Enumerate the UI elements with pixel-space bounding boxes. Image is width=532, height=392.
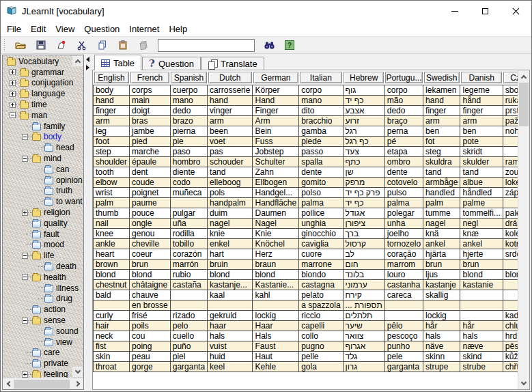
- table-cell[interactable]: dito: [299, 106, 343, 116]
- table-cell[interactable]: carrosserie: [208, 85, 253, 96]
- table-cell[interactable]: finger: [94, 106, 130, 116]
- table-cell[interactable]: Knie: [253, 229, 299, 239]
- tree-item-language[interactable]: language: [3, 88, 83, 99]
- table-cell[interactable]: elleboog: [208, 178, 253, 188]
- tree-item-feeling[interactable]: feeling: [3, 369, 83, 378]
- table-cell[interactable]: braun: [253, 260, 299, 270]
- tree-item-body[interactable]: body: [3, 132, 83, 143]
- tree-item-sound[interactable]: sound: [3, 326, 83, 337]
- table-cell[interactable]: puño: [170, 341, 207, 352]
- table-cell[interactable]: chestnut: [94, 280, 130, 290]
- table-cell[interactable]: hombro: [170, 157, 207, 167]
- maximize-button[interactable]: [470, 1, 501, 21]
- table-cell[interactable]: frisé: [130, 311, 171, 321]
- table-cell[interactable]: corazón: [170, 249, 207, 260]
- table-cell[interactable]: armbåge: [423, 178, 460, 188]
- table-cell[interactable]: dent: [130, 167, 171, 178]
- table-cell[interactable]: strube: [460, 362, 503, 372]
- table-cell[interactable]: Haut: [253, 352, 299, 362]
- tree-item-mood[interactable]: mood: [3, 240, 83, 251]
- table-cell[interactable]: mano: [299, 96, 343, 106]
- table-cell[interactable]: palm: [423, 198, 460, 208]
- table-cell[interactable]: [94, 300, 130, 311]
- table-cell[interactable]: prst: [503, 106, 518, 116]
- table-cell[interactable]: dente: [384, 167, 423, 178]
- table-cell[interactable]: strupe: [423, 362, 460, 372]
- tree-item-fault[interactable]: fault: [3, 229, 83, 240]
- tree-scroll-left-button[interactable]: [3, 378, 14, 390]
- table-cell[interactable]: castanha: [384, 280, 423, 290]
- table-cell[interactable]: pelo: [170, 321, 207, 331]
- table-cell[interactable]: foot: [94, 137, 130, 147]
- table-cell[interactable]: שיער: [343, 321, 384, 331]
- table-cell[interactable]: [170, 290, 207, 300]
- tree-item-private[interactable]: private: [3, 358, 83, 369]
- table-cell[interactable]: body: [94, 85, 130, 96]
- tree-item-view[interactable]: view: [3, 337, 83, 348]
- table-cell[interactable]: unghia: [299, 219, 343, 229]
- table-cell[interactable]: cou: [130, 331, 171, 341]
- table-cell[interactable]: main: [130, 96, 171, 106]
- split-divider[interactable]: [84, 54, 92, 391]
- table-cell[interactable]: rubio: [170, 270, 207, 280]
- table-cell[interactable]: knee: [94, 229, 130, 239]
- help-button[interactable]: ?: [281, 38, 298, 53]
- table-cell[interactable]: Körper: [253, 85, 299, 96]
- table-cell[interactable]: coeur: [130, 249, 171, 260]
- table-cell[interactable]: ginocchio: [299, 229, 343, 239]
- table-cell[interactable]: כתף: [343, 157, 384, 167]
- table-cell[interactable]: kastanie: [460, 280, 503, 290]
- table-cell[interactable]: paže: [503, 116, 518, 126]
- table-cell[interactable]: מרפק: [343, 178, 384, 188]
- table-cell[interactable]: פרק כף יד: [343, 188, 384, 198]
- table-cell[interactable]: חום: [343, 260, 384, 270]
- table-cell[interactable]: ankel: [460, 239, 503, 249]
- table-cell[interactable]: arm: [460, 116, 503, 126]
- table-cell[interactable]: hals: [423, 331, 460, 341]
- table-cell[interactable]: chauve: [130, 290, 171, 300]
- table-cell[interactable]: Hals: [253, 331, 299, 341]
- table-vertical-scrollbar[interactable]: [518, 70, 529, 389]
- table-cell[interactable]: næve: [460, 341, 503, 352]
- tree-item-vocabulary[interactable]: Vocabulary: [3, 56, 83, 67]
- table-cell[interactable]: Nagel: [253, 219, 299, 229]
- collapse-minus-icon[interactable]: [22, 253, 28, 259]
- table-cell[interactable]: shoulder: [94, 157, 130, 167]
- table-cell[interactable]: brown: [94, 260, 130, 270]
- table-cell[interactable]: capelli: [299, 321, 343, 331]
- table-cell[interactable]: mano: [170, 96, 207, 106]
- table-cell[interactable]: neck: [94, 331, 130, 341]
- table-cell[interactable]: ברך: [343, 229, 384, 239]
- table-cell[interactable]: louro: [384, 270, 423, 280]
- copy-button[interactable]: [94, 38, 111, 53]
- table-cell[interactable]: poils: [130, 321, 171, 331]
- table-cell[interactable]: [460, 290, 503, 300]
- table-cell[interactable]: palme: [460, 198, 503, 208]
- table-cell[interactable]: [384, 300, 423, 311]
- tree-item-health[interactable]: health: [3, 272, 83, 283]
- table-cell[interactable]: [170, 300, 207, 311]
- table-cell[interactable]: blond: [253, 270, 299, 280]
- table-cell[interactable]: bruin: [208, 260, 253, 270]
- menu-item-view[interactable]: View: [51, 23, 79, 36]
- tree-item-man[interactable]: man: [3, 110, 83, 121]
- table-cell[interactable]: collo: [299, 331, 343, 341]
- table-cell[interactable]: dedo: [384, 106, 423, 116]
- table-cell[interactable]: Hand: [253, 96, 299, 106]
- table-cell[interactable]: pierna: [170, 126, 207, 137]
- table-cell[interactable]: coração: [384, 249, 423, 260]
- table-cell[interactable]: heart: [94, 249, 130, 260]
- tree-item-truth[interactable]: truth: [3, 186, 83, 197]
- table-cell[interactable]: skind: [460, 352, 503, 362]
- table-cell[interactable]: ben: [460, 126, 503, 137]
- column-header-czech[interactable]: Czech: [503, 72, 518, 83]
- table-cell[interactable]: nagel: [423, 219, 460, 229]
- table-cell[interactable]: תלתלים: [343, 311, 384, 321]
- table-cell[interactable]: dráp: [503, 219, 518, 229]
- tree-item-head[interactable]: head: [3, 142, 83, 153]
- menu-item-file[interactable]: File: [2, 23, 26, 36]
- column-header-swedish[interactable]: Swedish: [424, 72, 460, 83]
- table-cell[interactable]: knie: [208, 229, 253, 239]
- table-cell[interactable]: fot: [423, 137, 460, 147]
- table-cell[interactable]: muñeca: [170, 188, 207, 198]
